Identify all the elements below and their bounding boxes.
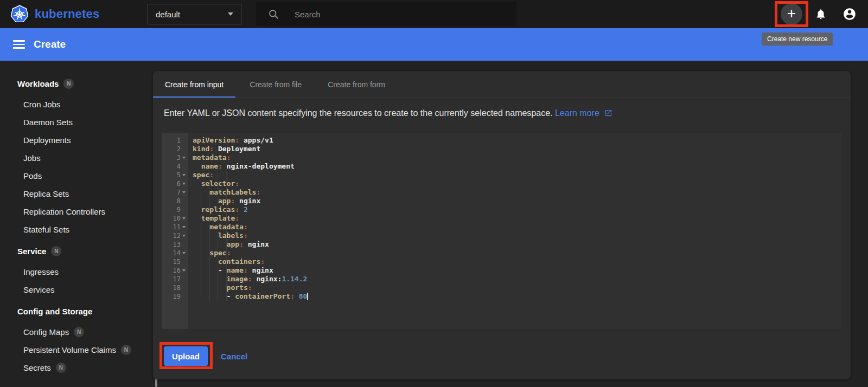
chevron-down-icon — [228, 12, 233, 16]
new-badge: N — [56, 363, 66, 373]
yaml-token: : — [235, 136, 239, 144]
code-line[interactable]: name: nginx-deployment — [188, 162, 842, 171]
code-line[interactable]: image: nginx:1.14.2 — [188, 275, 842, 283]
yaml-token: apiVersion — [193, 136, 235, 144]
sidebar-item-replica-sets[interactable]: Replica Sets — [0, 185, 151, 203]
editor-gutter: 12345678910111213141516171819 — [162, 133, 188, 329]
appbar: Create — [0, 28, 868, 61]
code-line[interactable]: labels: — [188, 231, 842, 240]
yaml-token: spec — [193, 249, 227, 257]
line-number: 9 — [177, 206, 181, 214]
cancel-button[interactable]: Cancel — [221, 352, 247, 361]
code-line[interactable]: containers: — [188, 257, 842, 266]
yaml-token: : — [244, 223, 248, 231]
code-line[interactable]: apiVersion: apps/v1 — [188, 136, 842, 145]
yaml-token: kind — [193, 145, 209, 153]
tab-create-from-form[interactable]: Create from form — [316, 71, 397, 98]
fold-arrow-icon[interactable] — [182, 174, 186, 176]
menu-icon[interactable] — [13, 38, 25, 51]
fold-arrow-icon[interactable] — [182, 269, 186, 272]
yaml-token: nginx-deployment — [222, 162, 295, 170]
upload-button[interactable]: Upload — [164, 346, 208, 366]
yaml-token: apps/v1 — [239, 136, 273, 144]
search-icon — [268, 9, 279, 20]
yaml-token: selector — [193, 179, 235, 188]
yaml-token: : — [235, 179, 239, 188]
yaml-token: nginx — [235, 197, 260, 205]
line-number: 7 — [177, 189, 181, 196]
fold-arrow-icon[interactable] — [182, 235, 186, 237]
sidebar-item-ingresses[interactable]: Ingresses — [0, 263, 151, 281]
fold-arrow-icon[interactable] — [182, 183, 186, 185]
code-line[interactable]: ports: — [188, 283, 842, 292]
line-number: 5 — [177, 171, 181, 179]
namespace-selector[interactable]: default — [148, 4, 241, 24]
code-line[interactable]: spec: — [188, 171, 842, 179]
learn-more-link[interactable]: Learn more — [555, 108, 599, 118]
yaml-token: containers — [193, 257, 260, 266]
text-cursor — [307, 293, 308, 300]
sidebar-section-service[interactable]: ServiceN — [0, 242, 151, 260]
sidebar-item-persistent-volume-claims[interactable]: Persistent Volume ClaimsN — [0, 341, 151, 359]
search-input[interactable] — [295, 10, 516, 19]
yaml-token: - — [193, 266, 227, 274]
topbar: kubernetes default + — [0, 0, 868, 28]
code-line[interactable]: app: nginx — [188, 240, 842, 249]
sidebar-item-deployments[interactable]: Deployments — [0, 131, 151, 149]
line-number: 4 — [177, 163, 181, 170]
yaml-editor[interactable]: 12345678910111213141516171819 apiVersion… — [162, 133, 842, 329]
sidebar-item-cron-jobs[interactable]: Cron Jobs — [0, 95, 151, 113]
line-number: 1 — [177, 137, 181, 144]
code-line[interactable]: matchLabels: — [188, 188, 842, 197]
sidebar-item-config-maps[interactable]: Config MapsN — [0, 323, 151, 341]
fold-arrow-icon[interactable] — [182, 157, 186, 159]
search-bar[interactable] — [256, 2, 516, 26]
line-number: 13 — [173, 241, 181, 248]
yaml-token: metadata — [193, 153, 227, 162]
account-button[interactable] — [843, 7, 857, 23]
code-line[interactable]: template: — [188, 214, 842, 223]
code-line[interactable]: replicas: 2 — [188, 205, 842, 214]
code-line[interactable]: selector: — [188, 179, 842, 188]
sidebar-item-replication-controllers[interactable]: Replication Controllers — [0, 203, 151, 221]
code-line[interactable]: - containerPort: 80 — [188, 292, 842, 301]
sidebar-section-workloads[interactable]: WorkloadsN — [0, 75, 151, 93]
open-in-new-icon — [604, 109, 612, 117]
create-new-resource-button[interactable]: + — [781, 3, 802, 25]
line-number: 10 — [173, 215, 181, 222]
tab-create-from-file[interactable]: Create from file — [235, 71, 316, 98]
yaml-token: : — [218, 162, 222, 170]
fold-arrow-icon[interactable] — [182, 226, 186, 228]
sidebar-item-pods[interactable]: Pods — [0, 167, 151, 185]
sidebar-item-stateful-sets[interactable]: Stateful Sets — [0, 221, 151, 238]
sidebar-item-label: Ingresses — [23, 267, 59, 276]
sidebar-item-jobs[interactable]: Jobs — [0, 149, 151, 167]
code-line[interactable]: metadata: — [188, 153, 842, 162]
yaml-token: 2 — [239, 205, 248, 214]
code-line[interactable]: metadata: — [188, 223, 842, 231]
sidebar-item-daemon-sets[interactable]: Daemon Sets — [0, 113, 151, 131]
notifications-button[interactable] — [815, 8, 827, 22]
editor-code-area[interactable]: apiVersion: apps/v1kind: Deploymentmetad… — [188, 133, 842, 329]
new-badge: N — [63, 79, 74, 89]
line-number: 15 — [173, 258, 181, 266]
yaml-token: containerPort — [235, 292, 290, 300]
sidebar-item-services[interactable]: Services — [0, 281, 151, 299]
account-circle-icon — [843, 7, 857, 21]
sidebar-item-label: Jobs — [23, 153, 41, 163]
fold-arrow-icon[interactable] — [182, 191, 186, 194]
code-line[interactable]: - name: nginx — [188, 266, 842, 275]
fold-arrow-icon[interactable] — [182, 217, 186, 220]
yaml-token: : — [235, 205, 239, 214]
code-line[interactable]: spec: — [188, 249, 842, 257]
bell-icon — [815, 8, 827, 20]
fold-arrow-icon[interactable] — [182, 252, 186, 254]
tooltip-create-new-resource: Create new resource — [762, 33, 833, 46]
tab-create-from-input[interactable]: Create from input — [153, 71, 235, 98]
code-line[interactable]: kind: Deployment — [188, 145, 842, 153]
line-number: 17 — [173, 275, 181, 283]
code-line[interactable]: app: nginx — [188, 197, 842, 205]
sidebar-item-secrets[interactable]: SecretsN — [0, 359, 151, 377]
kubernetes-logo[interactable]: kubernetes — [10, 4, 99, 24]
sidebar-section-config-and-storage[interactable]: Config and Storage — [0, 302, 151, 320]
